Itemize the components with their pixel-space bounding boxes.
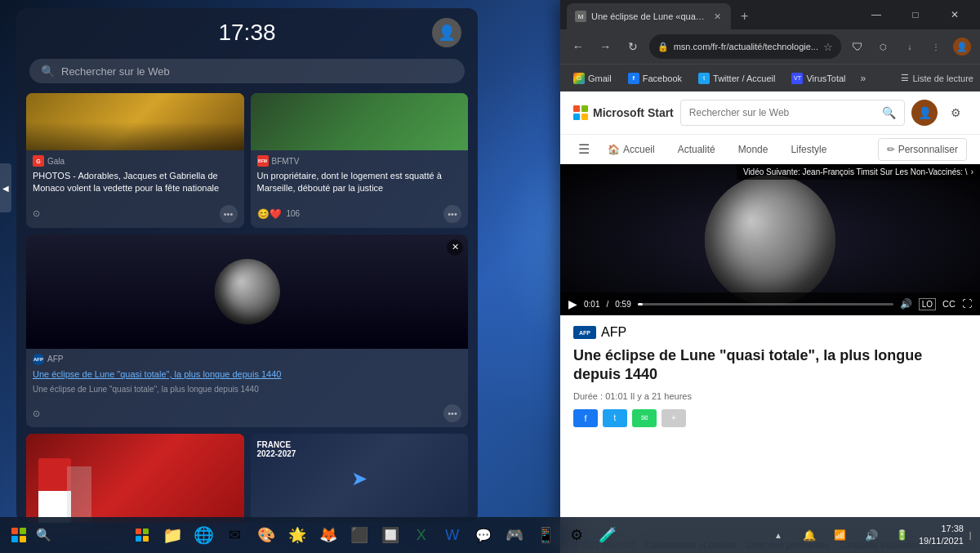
taskbar-discord-btn[interactable]: 💬	[469, 520, 498, 550]
widget-search-bar[interactable]: 🔍 Rechercher sur le Web	[29, 59, 465, 83]
show-desktop-btn[interactable]: |	[967, 522, 973, 548]
fullscreen-btn[interactable]: ⛶	[962, 298, 972, 310]
tab-close-btn[interactable]: ✕	[714, 11, 721, 22]
gala-title: PHOTOS - Adorables, Jacques et Gabriella…	[33, 170, 238, 195]
msn-personalize-btn[interactable]: ✏ Personnaliser	[878, 138, 967, 161]
news-card-politics[interactable]: FRANCE2022-2027 ➤	[251, 434, 469, 523]
msn-nav-lifestyle-label: Lifestyle	[791, 144, 826, 155]
maximize-btn[interactable]: □	[897, 2, 934, 28]
reading-list-btn[interactable]: ☰ Liste de lecture	[901, 73, 973, 83]
network-icon[interactable]: 📶	[827, 522, 853, 548]
taskbar-search-btn[interactable]: 🔍	[31, 523, 56, 547]
taskbar-clock[interactable]: 17:38 19/11/2021	[919, 523, 964, 548]
browser-toolbar: ← → ↻ 🔒 msn.com/fr-fr/actualité/technolo…	[560, 29, 980, 64]
subtitle-icon[interactable]: CC	[942, 299, 956, 309]
taskbar-game-btn[interactable]: 🎮	[500, 520, 529, 550]
bfmtv-footer: 😊❤️ 106 •••	[251, 202, 469, 228]
taskbar-phone-btn[interactable]: 📱	[531, 520, 560, 550]
taskbar-edge-btn[interactable]: 🌐	[189, 520, 219, 550]
windows-logo-icon	[11, 528, 26, 542]
start-button[interactable]	[7, 523, 31, 547]
new-tab-btn[interactable]: +	[736, 9, 753, 24]
bookmark-virustotal[interactable]: VT VirusTotal	[785, 70, 852, 87]
forward-btn[interactable]: →	[595, 35, 617, 58]
gala-more-btn[interactable]: •••	[220, 205, 238, 223]
play-pause-btn[interactable]: ▶	[568, 297, 577, 310]
twitter-icon: t	[698, 73, 710, 84]
afp-source: AFP AFP	[33, 354, 461, 365]
taskbar-firefox-btn[interactable]: 🦊	[314, 520, 343, 550]
extension-icon-2[interactable]: ↓	[898, 35, 921, 58]
video-total-time: 0:59	[615, 300, 630, 309]
afp-more-btn[interactable]: •••	[443, 404, 461, 422]
extension-icon-1[interactable]: ⬡	[872, 35, 895, 58]
minimize-btn[interactable]: —	[858, 2, 895, 28]
bfmtv-more-btn[interactable]: •••	[443, 205, 461, 223]
article-afp-logo: AFP	[573, 326, 596, 339]
taskbar-msn-btn[interactable]: 🌟	[283, 520, 312, 550]
notification-icon[interactable]: 🔔	[796, 522, 822, 548]
refresh-btn[interactable]: ↻	[621, 35, 644, 58]
msn-nav-monde[interactable]: Monde	[728, 137, 778, 162]
win-sq-red	[11, 528, 18, 534]
browser-tab-active[interactable]: M Une éclipse de Lune «quasi tota… ✕	[567, 3, 731, 29]
news-card-gala[interactable]: G Gala PHOTOS - Adorables, Jacques et Ga…	[26, 93, 244, 228]
battery-icon[interactable]: 🔋	[889, 522, 915, 548]
share-more-btn[interactable]: +	[662, 409, 686, 427]
widget-avatar[interactable]: 👤	[432, 18, 461, 47]
msn-search-input[interactable]	[689, 107, 882, 118]
msn-sq-red	[573, 105, 580, 112]
afp-moon-image	[26, 234, 468, 349]
msn-settings-btn[interactable]: ⚙	[944, 101, 967, 124]
msn-personalize-label: Personnaliser	[898, 144, 958, 155]
msn-search-icon[interactable]: 🔍	[882, 106, 896, 119]
msn-nav-lifestyle[interactable]: Lifestyle	[781, 137, 836, 162]
back-btn[interactable]: ←	[567, 35, 590, 58]
taskbar-calculator-btn[interactable]: 🔲	[376, 520, 405, 550]
msn-nav-accueil[interactable]: 🏠 Accueil	[598, 137, 665, 162]
taskbar-paint-btn[interactable]: 🎨	[252, 520, 281, 550]
share-facebook-btn[interactable]: f	[573, 409, 598, 427]
bookmark-twitter[interactable]: t Twitter / Accueil	[692, 70, 782, 87]
profile-icon[interactable]: 👤	[951, 35, 973, 58]
url-text: msn.com/fr-fr/actualité/technologie...	[674, 42, 818, 51]
taskbar-extra-btn[interactable]: 🧪	[593, 520, 622, 550]
share-whatsapp-btn[interactable]: ✉	[632, 409, 657, 427]
taskbar-word-btn[interactable]: W	[438, 520, 467, 550]
msn-hamburger-icon[interactable]: ☰	[573, 135, 595, 163]
afp-share-icon[interactable]: ⊙	[33, 408, 40, 419]
bookmark-star-icon[interactable]: ☆	[823, 41, 833, 53]
news-card-bfmtv[interactable]: BFM BFMTV Un propriétaire, dont le logem…	[251, 93, 469, 228]
bookmark-gmail[interactable]: G Gmail	[567, 70, 618, 87]
afp-close-btn[interactable]: ✕	[447, 239, 463, 256]
video-current-time: 0:01	[584, 300, 599, 309]
taskbar-mail-btn[interactable]: ✉	[220, 520, 250, 550]
next-video-chevron: ›	[971, 167, 973, 176]
video-progress-bar[interactable]	[638, 303, 893, 305]
edge-shield-icon[interactable]: 🛡	[846, 35, 869, 58]
widget-collapse-tab[interactable]: ◀	[0, 163, 11, 212]
facebook-icon: f	[628, 73, 639, 84]
close-window-btn[interactable]: ✕	[936, 2, 973, 28]
taskbar-terminal-btn[interactable]: ⬛	[345, 520, 374, 550]
msn-search-bar[interactable]: 🔍	[680, 100, 905, 126]
volume-icon[interactable]: 🔊	[900, 298, 912, 310]
gala-share-icon[interactable]: ⊙	[33, 208, 40, 219]
news-card-sport[interactable]	[26, 434, 244, 523]
article-source-name: AFP	[601, 325, 626, 340]
taskbar-excel-btn[interactable]: X	[407, 520, 436, 550]
msn-user-avatar[interactable]: 👤	[911, 100, 938, 126]
taskbar-widgets-btn[interactable]	[127, 520, 157, 550]
msn-header: Microsoft Start 🔍 👤 ⚙	[560, 91, 980, 135]
news-card-afp[interactable]: ✕ ▶ AFP AFP Une éclipse de Lune "quasi t…	[26, 234, 468, 427]
bookmark-facebook[interactable]: f Facebook	[621, 70, 688, 87]
address-bar[interactable]: 🔒 msn.com/fr-fr/actualité/technologie...…	[649, 34, 841, 59]
msn-nav-actualite[interactable]: Actualité	[668, 137, 725, 162]
volume-tray-icon[interactable]: 🔊	[858, 522, 884, 548]
share-twitter-btn[interactable]: t	[603, 409, 627, 427]
tray-chevron-icon[interactable]: ▲	[765, 522, 791, 548]
taskbar-file-explorer-btn[interactable]: 📁	[158, 520, 188, 550]
extension-icon-3[interactable]: ⋮	[924, 35, 947, 58]
taskbar-settings-btn[interactable]: ⚙	[562, 520, 591, 550]
bookmarks-more-btn[interactable]: »	[856, 70, 871, 87]
